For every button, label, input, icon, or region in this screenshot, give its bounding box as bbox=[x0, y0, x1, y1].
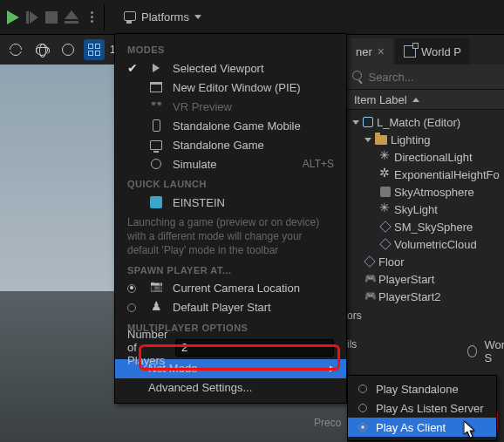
eject-button[interactable] bbox=[65, 10, 78, 24]
submenu-arrow-icon bbox=[330, 365, 334, 372]
actor-icon bbox=[380, 187, 391, 197]
tree-root[interactable]: L_Match (Editor) bbox=[347, 113, 504, 131]
play-options-dropdown[interactable] bbox=[91, 11, 93, 23]
mi-new-editor-window[interactable]: New Editor Window (PIE) bbox=[115, 78, 346, 97]
play-button[interactable] bbox=[7, 10, 19, 24]
actors-label: ors bbox=[347, 309, 362, 322]
tab-world-label: World P bbox=[421, 45, 461, 58]
mesh-icon bbox=[379, 221, 392, 233]
tab-outliner[interactable]: ner × bbox=[347, 38, 393, 65]
world-partition-icon bbox=[404, 45, 416, 58]
tree-item[interactable]: PlayerStart bbox=[347, 270, 504, 288]
viewport-globe-icon[interactable] bbox=[31, 39, 52, 60]
mi-current-camera[interactable]: Current Camera Location bbox=[115, 279, 346, 298]
tree-label: DirectionalLight bbox=[394, 151, 473, 164]
mi-label: Selected Viewport bbox=[173, 62, 334, 75]
menu-description: Launching a game (preview or on device) … bbox=[115, 212, 346, 260]
tree-item[interactable]: DirectionalLight bbox=[347, 148, 504, 166]
mi-label: Default Player Start bbox=[173, 301, 334, 314]
play-options-menu: MODES ✔Selected Viewport New Editor Wind… bbox=[114, 33, 347, 404]
shortcut-label: ALT+S bbox=[303, 158, 334, 170]
tree-item[interactable]: VolumetricCloud bbox=[347, 235, 504, 253]
tree-label: PlayerStart bbox=[378, 273, 434, 286]
number-of-players-row: Number of Players bbox=[119, 337, 343, 359]
mi-label: Net Mode bbox=[148, 362, 321, 375]
mesh-icon bbox=[364, 255, 376, 268]
mi-label: VR Preview bbox=[173, 100, 334, 113]
viewport-circle-icon[interactable] bbox=[58, 39, 78, 60]
mi-selected-viewport[interactable]: ✔Selected Viewport bbox=[115, 58, 346, 78]
tree-item[interactable]: PlayerStart2 bbox=[347, 288, 504, 305]
mi-label: New Editor Window (PIE) bbox=[173, 81, 334, 94]
number-of-players-input[interactable] bbox=[175, 339, 334, 357]
stop-button[interactable] bbox=[45, 11, 58, 24]
sort-asc-icon bbox=[412, 98, 419, 102]
mi-label: Standalone Game bbox=[173, 139, 334, 152]
globe-icon bbox=[467, 345, 477, 357]
outliner-tree: L_Match (Editor) Lighting DirectionalLig… bbox=[347, 110, 504, 309]
tree-label: SkyAtmosphere bbox=[394, 186, 474, 199]
world-settings-label: World S bbox=[484, 338, 504, 364]
mi-einstein[interactable]: EINSTEIN bbox=[115, 193, 346, 212]
smi-play-as-client[interactable]: Play As Client bbox=[348, 418, 496, 437]
tree-item[interactable]: SM_SkySphere bbox=[347, 218, 504, 235]
tree-label: SM_SkySphere bbox=[394, 221, 473, 234]
folder-icon bbox=[375, 135, 387, 145]
mi-simulate[interactable]: SimulateALT+S bbox=[115, 154, 346, 173]
mi-standalone-game[interactable]: Standalone Game bbox=[115, 135, 346, 154]
chevron-down-icon bbox=[194, 15, 201, 19]
mi-default-player-start[interactable]: Default Player Start bbox=[115, 298, 346, 317]
smi-play-standalone[interactable]: Play Standalone bbox=[348, 379, 496, 398]
smi-play-listen-server[interactable]: Play As Listen Server bbox=[348, 398, 496, 418]
mi-standalone-mobile[interactable]: Standalone Game Mobile bbox=[115, 116, 346, 135]
tree-label: Floor bbox=[378, 255, 405, 269]
tab-outliner-label: ner bbox=[356, 45, 372, 58]
mi-label: Current Camera Location bbox=[173, 282, 334, 295]
smi-label: Play Standalone bbox=[376, 383, 459, 396]
tree-item[interactable]: ExponentialHeightFo bbox=[347, 166, 504, 183]
tree-item[interactable]: Floor bbox=[347, 253, 504, 270]
fog-icon bbox=[380, 169, 391, 180]
tree-item[interactable]: SkyAtmosphere bbox=[347, 183, 504, 201]
precog-text: Preco bbox=[314, 417, 341, 429]
platforms-button[interactable]: Platforms bbox=[115, 7, 208, 27]
step-button[interactable] bbox=[26, 11, 38, 24]
section-quick-launch: QUICK LAUNCH bbox=[115, 173, 346, 193]
mi-label: EINSTEIN bbox=[173, 196, 334, 209]
close-icon[interactable]: × bbox=[378, 44, 385, 58]
mi-label: Advanced Settings... bbox=[148, 381, 334, 394]
world-icon bbox=[363, 117, 373, 127]
search-icon bbox=[352, 71, 363, 83]
platforms-icon bbox=[122, 11, 136, 24]
playerstart-icon bbox=[364, 274, 375, 284]
smi-label: Play As Client bbox=[376, 421, 446, 434]
viewport-half-icon[interactable] bbox=[5, 39, 26, 60]
section-spawn: SPAWN PLAYER AT... bbox=[115, 260, 346, 279]
outliner-search-input[interactable] bbox=[368, 71, 499, 84]
grid-snap-button[interactable] bbox=[84, 39, 105, 60]
net-mode-submenu: Play Standalone Play As Listen Server Pl… bbox=[347, 375, 497, 441]
mi-label: Simulate bbox=[173, 158, 294, 171]
section-modes: MODES bbox=[115, 39, 346, 58]
tree-label: L_Match (Editor) bbox=[377, 116, 460, 129]
mi-vr-preview: VR Preview bbox=[115, 97, 346, 116]
mesh-icon bbox=[379, 238, 392, 250]
platforms-label: Platforms bbox=[141, 10, 189, 24]
light-icon bbox=[380, 204, 391, 214]
mi-label: Standalone Game Mobile bbox=[173, 119, 334, 133]
tree-label: SkyLight bbox=[394, 203, 438, 216]
outliner-header[interactable]: Item Label bbox=[347, 89, 504, 110]
details-tab-label[interactable]: ils bbox=[347, 338, 357, 350]
smi-label: Play As Listen Server bbox=[376, 402, 484, 415]
tree-label: VolumetricCloud bbox=[394, 238, 477, 251]
tree-label: PlayerStart2 bbox=[378, 290, 441, 303]
world-settings-tab[interactable]: World S bbox=[467, 338, 504, 364]
mi-net-mode[interactable]: Net Mode bbox=[115, 359, 346, 378]
tree-item[interactable]: SkyLight bbox=[347, 201, 504, 218]
tab-world-partition[interactable]: World P bbox=[395, 38, 470, 65]
outliner-header-label: Item Label bbox=[354, 93, 407, 106]
light-icon bbox=[380, 152, 391, 162]
tree-folder-lighting[interactable]: Lighting bbox=[347, 131, 504, 148]
mi-advanced-settings[interactable]: Advanced Settings... bbox=[115, 378, 346, 398]
playerstart-icon bbox=[364, 291, 375, 302]
